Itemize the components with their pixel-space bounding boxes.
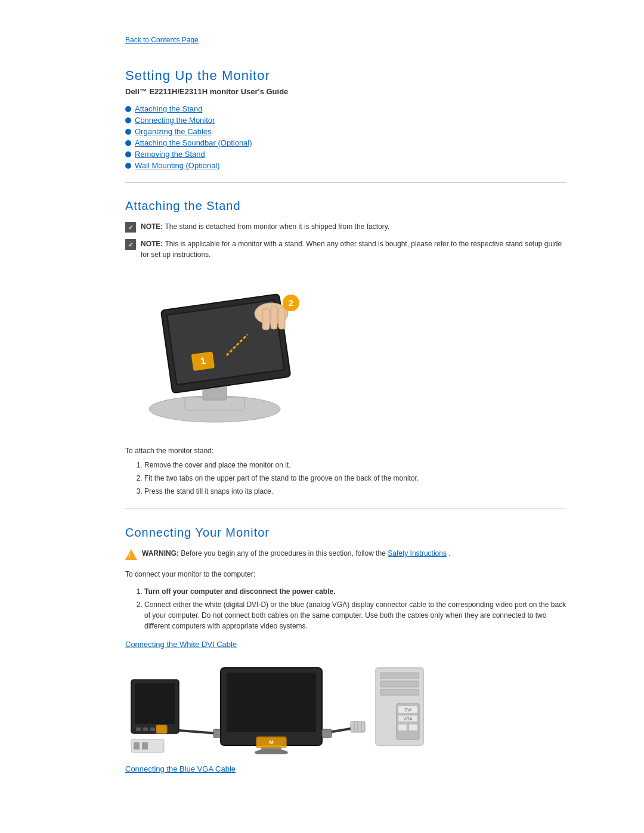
toc-list: Attaching the Stand Connecting the Monit… (125, 104, 566, 170)
svg-text:DVI: DVI (404, 708, 411, 712)
svg-rect-30 (322, 729, 332, 738)
svg-point-26 (255, 749, 288, 754)
connecting-steps: Turn off your computer and disconnect th… (144, 586, 566, 631)
svg-rect-38 (380, 689, 419, 695)
to-attach-label: To attach the monitor stand: (125, 447, 566, 455)
page-subtitle: Dell™ E2211H/E2311H monitor User's Guide (125, 87, 566, 96)
toc-item-connecting[interactable]: Connecting the Monitor (125, 116, 566, 125)
connect-step-1: Turn off your computer and disconnect th… (144, 586, 566, 597)
svg-rect-37 (380, 681, 419, 687)
svg-rect-47 (134, 742, 140, 750)
note-icon-1: ✓ (125, 222, 136, 233)
note-1: ✓ NOTE: The stand is detached from monit… (125, 221, 566, 233)
dvi-cable-link[interactable]: Connecting the White DVI Cable (125, 640, 566, 649)
svg-rect-20 (156, 725, 167, 733)
note-text-1: NOTE: The stand is detached from monitor… (141, 221, 389, 232)
toc-link-removing[interactable]: Removing the Stand (135, 150, 205, 159)
svg-rect-17 (136, 727, 141, 731)
bullet-icon (125, 140, 131, 146)
note-icon-2: ✓ (125, 239, 136, 250)
toc-link-attaching[interactable]: Attaching the Stand (135, 104, 202, 113)
note-text-2: NOTE: This is applicable for a monitor w… (141, 239, 566, 260)
warning-triangle-icon: ! (125, 549, 137, 560)
svg-rect-16 (135, 683, 175, 724)
step-3: Press the stand till it snaps into its p… (144, 486, 566, 497)
toc-link-wall[interactable]: Wall Mounting (Optional) (135, 161, 220, 170)
svg-rect-19 (150, 727, 155, 731)
divider-2 (125, 509, 566, 509)
svg-rect-48 (142, 742, 148, 750)
svg-rect-18 (143, 727, 148, 731)
back-to-contents-link[interactable]: Back to Contents Page (125, 36, 566, 44)
to-connect-label: To connect your monitor to the computer: (125, 569, 566, 580)
bullet-icon (125, 151, 131, 157)
step-1: Remove the cover and place the monitor o… (144, 460, 566, 470)
page-title: Setting Up the Monitor (125, 68, 566, 83)
connect-step-2: Connect either the white (digital DVI-D)… (144, 599, 566, 631)
bullet-icon (125, 117, 131, 123)
toc-item-removing[interactable]: Removing the Stand (125, 150, 566, 159)
stand-image: 1 2 (131, 272, 566, 435)
svg-text:2: 2 (289, 298, 293, 308)
connecting-heading: Connecting Your Monitor (125, 526, 566, 540)
toc-link-soundbar[interactable]: Attaching the Soundbar (Optional) (135, 138, 252, 147)
note-2: ✓ NOTE: This is applicable for a monitor… (125, 239, 566, 260)
vga-cable-link[interactable]: Connecting the Blue VGA Cable (125, 764, 566, 773)
svg-rect-44 (398, 724, 407, 730)
svg-rect-45 (409, 724, 417, 730)
toc-item-soundbar[interactable]: Attaching the Soundbar (Optional) (125, 138, 566, 147)
svg-rect-11 (278, 308, 285, 329)
svg-rect-10 (271, 306, 277, 329)
svg-line-21 (179, 730, 218, 733)
toc-link-connecting[interactable]: Connecting the Monitor (135, 116, 215, 125)
attaching-steps: Remove the cover and place the monitor o… (144, 460, 566, 497)
warning-text: WARNING: Before you begin any of the pro… (142, 548, 451, 559)
bullet-icon (125, 129, 131, 135)
svg-text:M: M (269, 739, 274, 745)
dvi-connector-image: M DVI VGA (125, 656, 566, 756)
svg-text:VGA: VGA (404, 717, 413, 721)
step-2: Fit the two tabs on the upper part of th… (144, 473, 566, 484)
toc-item-organizing[interactable]: Organizing the Cables (125, 127, 566, 136)
attaching-stand-heading: Attaching the Stand (125, 199, 566, 213)
toc-item-attaching[interactable]: Attaching the Stand (125, 104, 566, 113)
svg-rect-24 (227, 673, 316, 732)
bullet-icon (125, 163, 131, 169)
divider-1 (125, 182, 566, 182)
svg-rect-9 (262, 309, 270, 330)
safety-instructions-link[interactable]: Safety Instructions (388, 549, 447, 558)
toc-item-wall[interactable]: Wall Mounting (Optional) (125, 161, 566, 170)
bullet-icon (125, 106, 131, 112)
toc-link-organizing[interactable]: Organizing the Cables (135, 127, 212, 136)
warning-block: ! WARNING: Before you begin any of the p… (125, 548, 566, 562)
svg-rect-36 (380, 673, 419, 679)
